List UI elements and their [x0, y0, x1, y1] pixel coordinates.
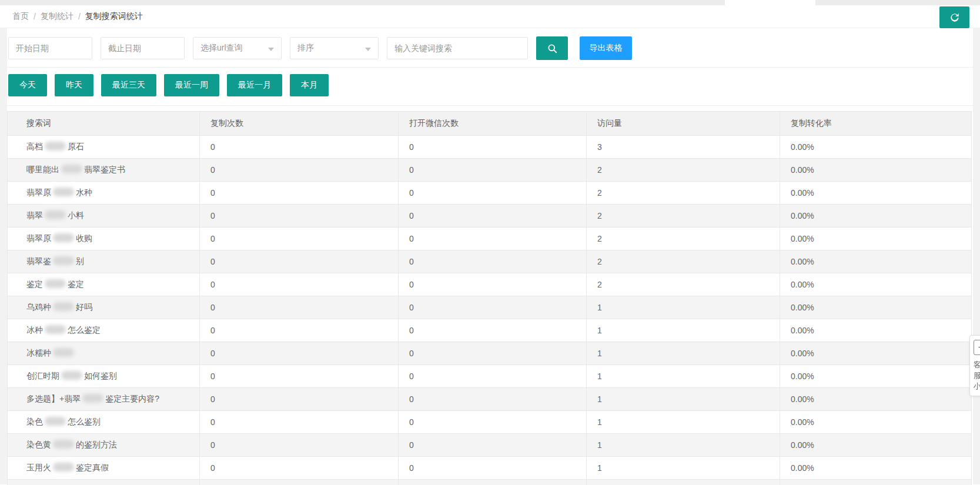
quick-thismonth-button[interactable]: 本月 — [290, 74, 329, 96]
redacted-blur — [53, 256, 74, 265]
search-term-cell: 哪里能出翡翠鉴定书 — [8, 159, 200, 182]
wechat-opens-cell: 0 — [399, 159, 587, 182]
visits-cell: 1 — [587, 457, 780, 480]
end-date-input[interactable] — [101, 37, 185, 59]
breadcrumb-current-page: 复制搜索词统计 — [85, 11, 143, 22]
redacted-blur — [61, 371, 82, 380]
wechat-opens-cell: 0 — [399, 457, 587, 480]
table-row: 多选题】+翡翠鉴定主要内容?0010.00% — [8, 388, 972, 411]
refresh-icon — [949, 12, 961, 24]
table-row: 冰糯种0010.00% — [8, 342, 972, 365]
copies-cell: 0 — [200, 411, 399, 434]
breadcrumb: 首页 / 复制统计 / 复制搜索词统计 — [0, 5, 980, 28]
side-widget-label: 客服小 — [974, 360, 980, 392]
search-term-cell: 玉用火鉴定真假 — [8, 457, 200, 480]
visits-cell: 1 — [587, 342, 780, 365]
side-helper-widget[interactable]: + 客服小 — [969, 335, 980, 396]
wechat-opens-cell: 0 — [399, 434, 587, 457]
quick-yesterday-button[interactable]: 昨天 — [55, 74, 93, 96]
copies-cell: 0 — [200, 182, 399, 205]
copies-cell: 0 — [200, 365, 399, 388]
quick-lastweek-button[interactable]: 最近一周 — [164, 74, 219, 96]
search-term-cell: 冰种怎么鉴定 — [8, 319, 200, 342]
sort-select[interactable]: 排序 — [290, 37, 379, 59]
table-header-row: 搜索词 复制次数 打开微信次数 访问量 复制转化率 — [8, 112, 972, 136]
redacted-blur — [61, 165, 82, 173]
search-term-cell: 翡翠小料 — [8, 205, 200, 228]
wechat-opens-cell: 0 — [399, 273, 587, 296]
redacted-blur — [45, 142, 66, 150]
visits-cell: 1 — [587, 480, 780, 485]
quick-last3days-button[interactable]: 最近三天 — [101, 74, 156, 96]
wechat-opens-cell: 0 — [399, 411, 587, 434]
side-widget-char: 小 — [974, 381, 980, 392]
breadcrumb-home[interactable]: 首页 — [12, 11, 29, 22]
wechat-opens-cell: 0 — [399, 136, 587, 159]
start-date-input[interactable] — [8, 37, 92, 59]
plus-square-icon[interactable]: + — [974, 340, 980, 355]
visits-cell: 3 — [587, 136, 780, 159]
redacted-blur — [45, 210, 66, 219]
quick-range-buttons: 今天 昨天 最近三天 最近一周 最近一月 本月 — [7, 68, 973, 101]
chevron-down-icon — [268, 48, 274, 51]
sort-select-label: 排序 — [297, 43, 314, 53]
header-wechat-opens: 打开微信次数 — [399, 112, 587, 136]
table-row: 玉石鉴定0010.00% — [8, 480, 972, 485]
conversion-cell: 0.00% — [780, 205, 972, 228]
copies-cell: 0 — [200, 480, 399, 485]
export-table-button[interactable]: 导出表格 — [580, 36, 632, 60]
conversion-cell: 0.00% — [780, 411, 972, 434]
conversion-cell: 0.00% — [780, 159, 972, 182]
conversion-cell: 0.00% — [780, 182, 972, 205]
redacted-blur — [53, 463, 74, 471]
header-copy-count: 复制次数 — [200, 112, 399, 136]
redacted-blur — [82, 394, 103, 403]
table-row: 翡翠原水种0020.00% — [8, 182, 972, 205]
redacted-blur — [45, 279, 66, 288]
filter-toolbar: 选择url查询 排序 导出表格 — [7, 28, 973, 62]
url-select[interactable]: 选择url查询 — [193, 37, 282, 59]
copies-cell: 0 — [200, 457, 399, 480]
copies-cell: 0 — [200, 342, 399, 365]
copies-cell: 0 — [200, 319, 399, 342]
table-row: 鉴定鉴定0020.00% — [8, 273, 972, 296]
wechat-opens-cell: 0 — [399, 182, 587, 205]
stats-table-container: 搜索词 复制次数 打开微信次数 访问量 复制转化率 高档原石0030.00%哪里… — [7, 111, 973, 485]
url-select-label: 选择url查询 — [200, 43, 243, 53]
header-search-term: 搜索词 — [8, 112, 200, 136]
wechat-opens-cell: 0 — [399, 319, 587, 342]
wechat-opens-cell: 0 — [399, 205, 587, 228]
search-icon — [547, 43, 558, 54]
visits-cell: 2 — [587, 205, 780, 228]
search-term-cell: 冰糯种 — [8, 342, 200, 365]
search-button[interactable] — [536, 36, 568, 60]
visits-cell: 1 — [587, 296, 780, 319]
breadcrumb-copy-stats[interactable]: 复制统计 — [41, 11, 73, 22]
header-conversion: 复制转化率 — [780, 112, 972, 136]
search-term-cell: 翡翠原水种 — [8, 182, 200, 205]
conversion-cell: 0.00% — [780, 342, 972, 365]
copies-cell: 0 — [200, 273, 399, 296]
table-row: 翡翠原收购0020.00% — [8, 228, 972, 250]
quick-lastmonth-button[interactable]: 最近一月 — [227, 74, 282, 96]
table-row: 染色怎么鉴别0010.00% — [8, 411, 972, 434]
visits-cell: 2 — [587, 159, 780, 182]
table-row: 创汇时期如何鉴别0010.00% — [8, 365, 972, 388]
top-tab-strip — [0, 0, 980, 5]
active-tab-notch — [725, 0, 815, 5]
table-row: 冰种怎么鉴定0010.00% — [8, 319, 972, 342]
conversion-cell: 0.00% — [780, 388, 972, 411]
wechat-opens-cell: 0 — [399, 296, 587, 319]
copies-cell: 0 — [200, 205, 399, 228]
visits-cell: 2 — [587, 182, 780, 205]
refresh-button[interactable] — [939, 6, 969, 28]
search-term-cell: 玉石鉴定 — [8, 480, 200, 485]
keyword-search-input[interactable] — [387, 37, 528, 59]
visits-cell: 1 — [587, 434, 780, 457]
conversion-cell: 0.00% — [780, 480, 972, 485]
search-term-cell: 翡翠原收购 — [8, 228, 200, 250]
redacted-blur — [53, 233, 74, 242]
copies-cell: 0 — [200, 159, 399, 182]
quick-today-button[interactable]: 今天 — [8, 74, 47, 96]
page-background: 选择url查询 排序 导出表格 今天 昨天 最近三天 最近一周 最近一月 本月 — [0, 28, 980, 484]
